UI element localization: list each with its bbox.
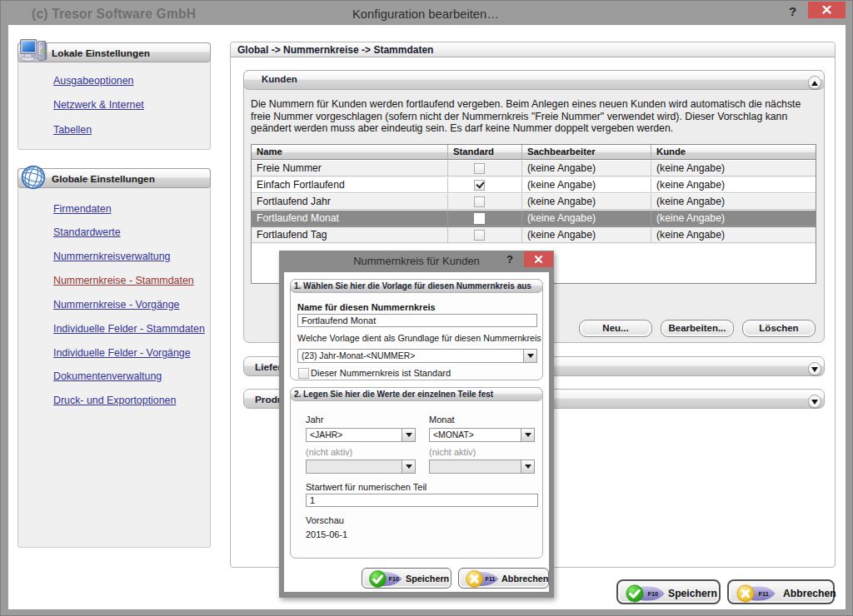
svg-text:F11: F11 — [486, 575, 496, 583]
svg-text:F10: F10 — [648, 590, 659, 598]
svg-text:F11: F11 — [759, 590, 769, 598]
svg-text:F10: F10 — [389, 575, 399, 583]
